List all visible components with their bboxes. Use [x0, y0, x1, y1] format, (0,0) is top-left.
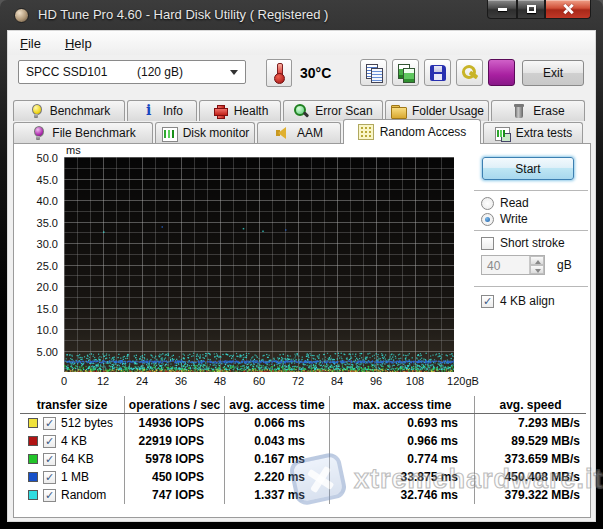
- column-header: avg. access time: [224, 396, 329, 413]
- table-header-row: transfer sizeoperations / secavg. access…: [20, 396, 586, 414]
- operations-cell: 450 IOPS: [124, 468, 224, 486]
- row-checkbox[interactable]: ✓: [43, 489, 56, 502]
- tab-label: Benchmark: [50, 104, 111, 118]
- info-icon: [141, 103, 157, 119]
- avg-access-time-cell: 0.066 ms: [224, 414, 329, 432]
- column-header: max. access time: [329, 396, 474, 413]
- max-access-time-cell: 0.774 ms: [329, 450, 474, 468]
- radio-label: Write: [500, 212, 528, 226]
- avg-speed-cell: 450.408 MB/s: [474, 468, 586, 486]
- short-stroke-label: Short stroke: [500, 236, 565, 250]
- thermometer-icon: [271, 62, 287, 84]
- tab-label: Health: [234, 104, 269, 118]
- spin-down-icon[interactable]: [530, 265, 544, 274]
- drive-capacity: (120 gB): [137, 65, 183, 79]
- client-area: FileHelp SPCC SSD101 (120 gB) 30°C Exit …: [7, 30, 596, 522]
- row-checkbox[interactable]: ✓: [43, 435, 56, 448]
- keys-button[interactable]: [456, 59, 483, 86]
- transfer-size-cell: ✓Random: [20, 486, 124, 504]
- y-axis-tick: 50.0: [14, 152, 58, 164]
- mode-option-write: Write: [481, 212, 528, 226]
- menu-item-help[interactable]: Help: [65, 36, 92, 51]
- tab-label: Error Scan: [315, 104, 372, 118]
- tab-aam[interactable]: AAM: [257, 122, 341, 143]
- transfer-size-cell: ✓4 KB: [20, 432, 124, 450]
- spin-up-icon[interactable]: [530, 256, 544, 265]
- row-checkbox[interactable]: ✓: [43, 471, 56, 484]
- y-axis-tick: 5.00: [14, 346, 58, 358]
- 4kb-align-checkbox[interactable]: ✓: [481, 295, 494, 308]
- menu-item-file[interactable]: File: [20, 36, 41, 51]
- series-color-swatch: [28, 436, 38, 446]
- folder-icon: [390, 103, 406, 119]
- align-row: ✓ 4 KB align: [481, 294, 555, 308]
- trash-icon: [511, 103, 527, 119]
- minimize-button[interactable]: [487, 0, 517, 19]
- transfer-size-label: 1 MB: [61, 470, 89, 484]
- test-controls: Start ReadWrite Short stroke 40 gB: [469, 144, 592, 394]
- copy-text-button[interactable]: [360, 59, 387, 86]
- x-axis-tick: 36: [175, 375, 187, 387]
- temperature-button[interactable]: [266, 59, 292, 87]
- tab-label: File Benchmark: [52, 126, 135, 140]
- max-access-time-cell: 33.875 ms: [329, 468, 474, 486]
- transfer-size-cell: ✓64 KB: [20, 450, 124, 468]
- menu-bar: FileHelp: [8, 31, 595, 55]
- tab-file-benchmark[interactable]: File Benchmark: [13, 122, 153, 143]
- drive-selector[interactable]: SPCC SSD101 (120 gB): [18, 60, 246, 84]
- operations-cell: 22919 IOPS: [124, 432, 224, 450]
- avg-speed-cell: 7.293 MB/s: [474, 414, 586, 432]
- save-icon: [425, 60, 450, 85]
- spinner: [529, 256, 544, 274]
- tab-label: AAM: [297, 126, 323, 140]
- x-axis-tick: 12: [97, 375, 109, 387]
- title-bar[interactable]: HD Tune Pro 4.60 - Hard Disk Utility ( R…: [0, 0, 603, 30]
- tab-folder-usage[interactable]: Folder Usage: [385, 100, 489, 121]
- minimize-icon: [498, 8, 507, 11]
- short-stroke-checkbox[interactable]: [481, 237, 494, 250]
- tab-health[interactable]: Health: [199, 100, 281, 121]
- avg-speed-cell: 373.659 MB/s: [474, 450, 586, 468]
- close-button[interactable]: [545, 0, 591, 19]
- y-axis-tick: 45.0: [14, 174, 58, 186]
- chart-green-icon: [161, 125, 177, 141]
- tab-label: Random Access: [380, 125, 467, 139]
- tab-row-2: File BenchmarkDisk monitorAAMRandom Acce…: [13, 122, 593, 144]
- copy-image-button[interactable]: [392, 59, 419, 86]
- transfer-size-label: 4 KB: [61, 434, 87, 448]
- chart-area: ms 50.045.040.035.030.025.020.015.010.05…: [14, 144, 474, 394]
- tab-label: Info: [163, 104, 183, 118]
- start-button[interactable]: Start: [482, 157, 574, 180]
- down-arrow-icon: [489, 60, 514, 85]
- x-axis-tick: 0: [61, 375, 67, 387]
- tab-erase[interactable]: Erase: [491, 100, 585, 121]
- read-radio[interactable]: [481, 197, 494, 210]
- series-color-swatch: [28, 472, 38, 482]
- table-row: ✓1 MB450 IOPS2.220 ms33.875 ms450.408 MB…: [20, 468, 586, 486]
- y-axis-unit-label: ms: [66, 144, 81, 156]
- y-axis-tick: 20.0: [14, 281, 58, 293]
- exit-button[interactable]: Exit: [522, 60, 584, 86]
- table-row: ✓Random747 IOPS1.337 ms32.746 ms379.322 …: [20, 486, 586, 504]
- row-checkbox[interactable]: ✓: [43, 417, 56, 430]
- save-button[interactable]: [424, 59, 451, 86]
- operations-cell: 5978 IOPS: [124, 450, 224, 468]
- maximize-button[interactable]: [517, 0, 545, 19]
- y-axis-tick: 15.0: [14, 303, 58, 315]
- tab-benchmark[interactable]: Benchmark: [13, 100, 125, 121]
- tab-random-access[interactable]: Random Access: [343, 119, 481, 144]
- tab-label: Extra tests: [516, 126, 573, 140]
- short-stroke-size-input[interactable]: 40: [482, 256, 529, 274]
- tab-disk-monitor[interactable]: Disk monitor: [155, 122, 255, 143]
- row-checkbox[interactable]: ✓: [43, 453, 56, 466]
- write-radio[interactable]: [481, 213, 494, 226]
- scatter-icon: [358, 124, 374, 140]
- tab-extra-tests[interactable]: Extra tests: [483, 122, 583, 143]
- copy-text-icon: [361, 60, 386, 85]
- keys-icon: [457, 60, 482, 85]
- tab-error-scan[interactable]: Error Scan: [283, 100, 383, 121]
- x-axis-tick: 84: [331, 375, 343, 387]
- transfer-size-label: 64 KB: [61, 452, 94, 466]
- tab-info[interactable]: Info: [127, 100, 197, 121]
- down-arrow-button[interactable]: [488, 59, 515, 86]
